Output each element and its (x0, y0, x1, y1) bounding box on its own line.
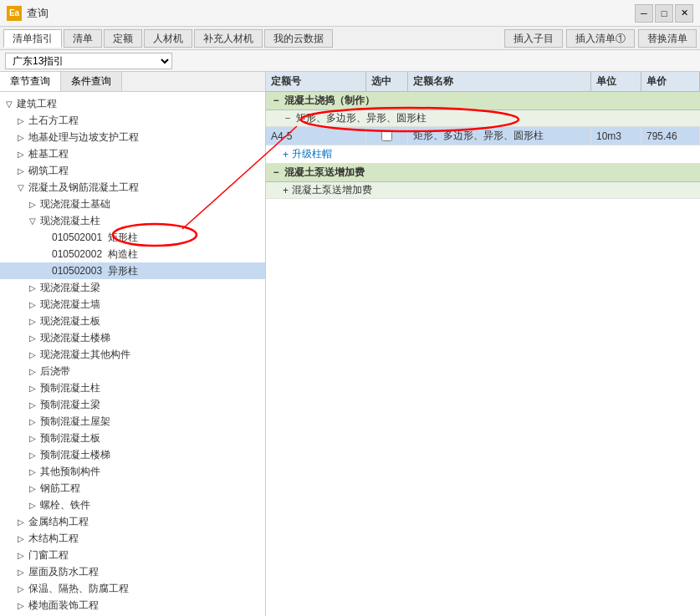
col-header-code: 定额号 (266, 72, 366, 91)
section-header-1[interactable]: － 混凝土浇捣（制作） (266, 92, 700, 110)
sub-section-header-1[interactable]: － 矩形、多边形、异形、圆形柱 (266, 110, 700, 127)
tree-collapse-icon[interactable]: ▷ (27, 432, 38, 444)
row-checkbox[interactable] (381, 130, 392, 141)
tree-item-t27[interactable]: ▷木结构工程 (0, 530, 265, 547)
tree-collapse-icon[interactable]: ▷ (27, 332, 38, 344)
tree-item-t7[interactable]: ▷现浇混凝土基础 (0, 196, 265, 212)
tree-collapse-icon[interactable]: ▷ (27, 349, 38, 360)
title-bar-left: Ea 查询 (7, 6, 49, 21)
tree-item-t3[interactable]: ▷地基处理与边坡支护工程 (0, 129, 265, 145)
tree-collapse-icon[interactable]: ▷ (15, 566, 27, 578)
insert-child-button[interactable]: 插入子目 (504, 29, 563, 48)
tree-item-t26[interactable]: ▷金属结构工程 (0, 513, 265, 530)
tree-item-t11[interactable]: 010502003 异形柱 (0, 262, 265, 279)
collapse-section-1[interactable]: － (271, 94, 281, 108)
table-row-add[interactable]: + 升级柱帽 (266, 145, 700, 164)
tab-buchong-rencaiji[interactable]: 补充人材机 (194, 29, 263, 48)
tree-collapse-icon[interactable]: ▷ (27, 399, 38, 410)
tree-item-t24[interactable]: ▷钢筋工程 (0, 480, 265, 496)
tree-collapse-icon[interactable]: ▷ (27, 415, 38, 427)
expand-icon-2[interactable]: + (283, 185, 289, 196)
tree-item-t31[interactable]: ▷楼地面装饰工程 (0, 597, 265, 613)
tree-container[interactable]: ▽建筑工程▷土石方工程▷地基处理与边坡支护工程▷桩基工程▷砌筑工程▽混凝土及钢筋… (0, 92, 265, 616)
close-button[interactable]: ✕ (675, 4, 693, 23)
tree-item-t18[interactable]: ▷预制混凝土柱 (0, 379, 265, 396)
sub-section-row-2[interactable]: + 混凝土泵送增加费 (266, 182, 700, 199)
tree-item-t20[interactable]: ▷预制混凝土屋架 (0, 413, 265, 430)
tree-item-label: 现浇混凝土墙 (40, 298, 100, 312)
tree-collapse-icon[interactable]: ▷ (27, 198, 38, 210)
tree-item-t21[interactable]: ▷预制混凝土板 (0, 430, 265, 446)
tree-item-t16[interactable]: ▷现浇混凝土其他构件 (0, 346, 265, 363)
tree-collapse-icon[interactable]: ▷ (15, 583, 27, 594)
tree-item-t22[interactable]: ▷预制混凝土楼梯 (0, 446, 265, 463)
tree-item-t25[interactable]: ▷螺栓、铁件 (0, 496, 265, 513)
insert-list-button[interactable]: 插入清单① (566, 29, 635, 48)
tree-item-t10[interactable]: 010502002 构造柱 (0, 246, 265, 262)
tree-item-t29[interactable]: ▷屋面及防水工程 (0, 563, 265, 580)
tab-qingdan-zhiyin[interactable]: 清单指引 (3, 29, 62, 48)
tree-collapse-icon[interactable]: ▷ (27, 499, 38, 511)
tree-collapse-icon[interactable]: ▷ (27, 365, 38, 377)
tab-group: 清单指引 清单 定额 人材机 补充人材机 我的云数据 (3, 29, 504, 48)
tree-item-t23[interactable]: ▷其他预制构件 (0, 463, 265, 480)
tree-item-label: 桩基工程 (28, 147, 69, 161)
tab-condition-search[interactable]: 条件查询 (61, 72, 122, 91)
tree-collapse-icon[interactable]: ▷ (27, 382, 38, 394)
tree-item-t5[interactable]: ▷砌筑工程 (0, 162, 265, 179)
tree-collapse-icon[interactable]: ▷ (15, 131, 27, 143)
tree-collapse-icon[interactable]: ▷ (27, 482, 38, 494)
tree-item-t12[interactable]: ▷现浇混凝土梁 (0, 279, 265, 296)
tree-collapse-icon[interactable]: ▷ (15, 532, 27, 544)
collapse-section-2[interactable]: － (271, 165, 281, 180)
tree-item-t2[interactable]: ▷土石方工程 (0, 112, 265, 129)
cell-name: 矩形、多边形、异形、圆形柱 (408, 127, 591, 145)
replace-list-button[interactable]: 替换清单 (638, 29, 697, 48)
tab-qingdan[interactable]: 清单 (64, 29, 102, 48)
tab-dinye[interactable]: 定额 (104, 29, 142, 48)
tree-item-t19[interactable]: ▷预制混凝土梁 (0, 396, 265, 413)
tree-collapse-icon[interactable]: ▷ (15, 115, 27, 126)
tree-item-t13[interactable]: ▷现浇混凝土墙 (0, 296, 265, 313)
tree-item-label: 预制混凝土梁 (40, 398, 100, 412)
tree-collapse-icon[interactable]: ▷ (27, 298, 38, 310)
tree-item-t17[interactable]: ▷后浇带 (0, 363, 265, 379)
tree-collapse-icon[interactable]: ▷ (15, 516, 27, 527)
tree-expand-icon[interactable]: ▽ (15, 181, 27, 193)
toolbar: 清单指引 清单 定额 人材机 补充人材机 我的云数据 插入子目 插入清单① 替换… (0, 27, 700, 50)
maximize-button[interactable]: □ (655, 4, 673, 23)
tab-rencaiji[interactable]: 人材机 (144, 29, 192, 48)
tree-item-t30[interactable]: ▷保温、隔热、防腐工程 (0, 580, 265, 597)
add-icon[interactable]: + (283, 149, 289, 160)
table-body: － 混凝土浇捣（制作） － 矩形、多边形、异形、圆形柱 A4-5 矩形、多边形、… (266, 92, 700, 616)
tree-collapse-icon[interactable]: ▷ (15, 599, 27, 611)
tree-expand-icon[interactable]: ▽ (27, 215, 38, 227)
cell-check[interactable] (366, 127, 408, 145)
tree-collapse-icon[interactable]: ▷ (27, 282, 38, 293)
region-selector[interactable]: 广东13指引 (5, 53, 172, 69)
tree-item-t28[interactable]: ▷门窗工程 (0, 547, 265, 563)
tree-collapse-icon[interactable]: ▷ (27, 315, 38, 327)
tree-item-t9[interactable]: 010502001 矩形柱 (0, 229, 265, 246)
tree-collapse-icon[interactable]: ▷ (15, 148, 27, 160)
tree-item-t15[interactable]: ▷现浇混凝土楼梯 (0, 329, 265, 346)
tree-collapse-icon[interactable]: ▷ (27, 466, 38, 477)
tree-collapse-icon[interactable]: ▷ (15, 165, 27, 176)
tree-item-t4[interactable]: ▷桩基工程 (0, 145, 265, 162)
tree-item-t6[interactable]: ▽混凝土及钢筋混凝土工程 (0, 179, 265, 196)
table-row[interactable]: A4-5 矩形、多边形、异形、圆形柱 10m3 795.46 (266, 127, 700, 145)
collapse-subsection-1[interactable]: － (283, 111, 293, 125)
section-header-2[interactable]: － 混凝土泵送增加费 (266, 164, 700, 182)
tree-item-t14[interactable]: ▷现浇混凝土板 (0, 313, 265, 329)
tree-expand-icon[interactable]: ▽ (3, 98, 15, 109)
tab-chapter-search[interactable]: 章节查询 (0, 72, 61, 91)
tree-item-t8[interactable]: ▽现浇混凝土柱 (0, 212, 265, 229)
tab-yundata[interactable]: 我的云数据 (264, 29, 333, 48)
tree-item-label: 010502002 构造柱 (52, 247, 138, 262)
tree-collapse-icon[interactable]: ▷ (15, 549, 27, 561)
tree-item-label: 010502001 矩形柱 (52, 231, 138, 245)
minimize-button[interactable]: ─ (635, 4, 653, 23)
sub-section-title-1: 矩形、多边形、异形、圆形柱 (296, 111, 427, 125)
tree-collapse-icon[interactable]: ▷ (27, 449, 38, 461)
tree-item-t1[interactable]: ▽建筑工程 (0, 95, 265, 112)
